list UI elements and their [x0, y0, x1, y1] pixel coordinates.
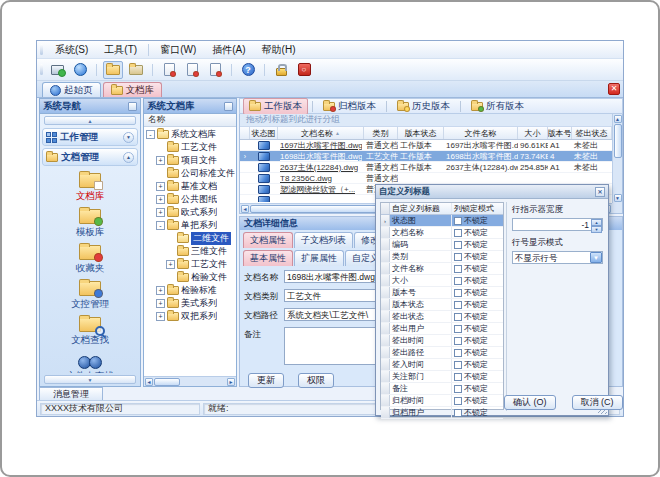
lock-checkbox[interactable] [454, 241, 462, 249]
close-icon[interactable]: ✕ [595, 187, 605, 197]
tree-node[interactable]: +公共图纸 [144, 193, 236, 206]
table-row[interactable]: 2637主体(12284).dwg普通文档工作版本2637主体(12284).d… [240, 162, 612, 173]
table-row[interactable]: ›1698出水嘴零件图.dwg工艺文件工作版本1698出水嘴零件图.dwg73.… [240, 151, 612, 162]
tree-node[interactable]: +欧式系列 [144, 206, 236, 219]
lock-checkbox[interactable] [454, 301, 462, 309]
doc-link[interactable]: 1698出水嘴零件图.dwg [280, 151, 362, 161]
lock-checkbox[interactable] [454, 373, 462, 381]
folder-view-button[interactable] [126, 61, 146, 79]
row-number-mode-select[interactable]: 不显示行号 ▼ [512, 251, 603, 264]
scroll-up-icon[interactable]: ▲ [614, 115, 622, 123]
pin-icon[interactable] [128, 102, 137, 111]
column-header-doc-name[interactable]: 文档名称▲ [278, 127, 364, 139]
tree-node-label[interactable]: 基准文档 [181, 180, 217, 193]
scroll-right-icon[interactable]: ► [227, 378, 235, 386]
tree-node[interactable]: +检验标准 [144, 284, 236, 297]
sidebar-item-模板库[interactable]: 模板库 [76, 206, 105, 242]
permissions-button[interactable]: 权限 [298, 373, 334, 388]
doc-checkin-button[interactable] [205, 61, 225, 79]
drag-grip[interactable] [40, 44, 43, 55]
expand-icon[interactable]: + [156, 156, 165, 165]
chevron-down-icon[interactable]: ▼ [590, 252, 602, 263]
version-tab-所有版本[interactable]: 所有版本 [465, 98, 530, 115]
column-header-checkout[interactable]: 签出状态 [572, 127, 612, 139]
lock-checkbox[interactable] [454, 265, 462, 273]
scrollbar-thumb[interactable] [614, 124, 622, 158]
lock-checkbox[interactable] [454, 361, 462, 369]
row-indicator-width-spinner[interactable]: -1 ▲▼ [512, 218, 603, 231]
column-header-status[interactable]: 状态图 [250, 127, 278, 139]
sidebar-item-文档查找[interactable]: 文档查找 [71, 314, 109, 350]
tree-node-label[interactable]: 公司标准文件 [181, 167, 235, 180]
column-setting-row[interactable]: 签出时间不锁定 [381, 335, 503, 347]
tree-column-header[interactable]: 名称 [144, 114, 236, 127]
tab-subdocument-list[interactable]: 子文档列表 [294, 232, 353, 248]
doc-link[interactable]: T8 2356C.dwg [280, 174, 332, 183]
column-setting-row[interactable]: 签出用户不锁定 [381, 323, 503, 335]
expand-icon[interactable]: + [156, 299, 165, 308]
tab-extended-properties[interactable]: 扩展属性 [294, 250, 344, 266]
collapse-icon[interactable]: - [146, 130, 155, 139]
tab-start-page[interactable]: 起始页 [42, 82, 101, 97]
menu-tools[interactable]: 工具(T) [96, 41, 145, 59]
version-tab-历史版本[interactable]: 历史版本 [391, 98, 456, 115]
spin-down-icon[interactable]: ▼ [591, 226, 602, 233]
tree-node[interactable]: +基准文档 [144, 180, 236, 193]
expand-icon[interactable]: + [156, 208, 165, 217]
expand-icon[interactable]: + [166, 260, 175, 269]
close-tab-button[interactable]: ✕ [608, 83, 620, 95]
update-button[interactable]: 更新 [248, 373, 284, 388]
menu-window[interactable]: 窗口(W) [152, 41, 204, 59]
column-setting-row[interactable]: 文件名称不锁定 [381, 263, 503, 275]
open-folder-button[interactable] [103, 61, 123, 79]
tree-node[interactable]: +工艺文件 [144, 258, 236, 271]
tree-node[interactable]: +项目文件 [144, 154, 236, 167]
column-title-header[interactable]: 自定义列标题 [390, 203, 452, 214]
tree-node[interactable]: +美式系列 [144, 297, 236, 310]
lock-checkbox[interactable] [454, 277, 462, 285]
tree-horizontal-scrollbar[interactable]: ◄ ► [144, 376, 236, 386]
expand-icon[interactable]: + [156, 312, 165, 321]
lock-checkbox[interactable] [454, 337, 462, 345]
expand-icon[interactable]: + [156, 286, 165, 295]
expand-icon[interactable]: + [156, 195, 165, 204]
doc-link[interactable]: 2637主体(12284).dwg [280, 162, 358, 172]
tree-node-label[interactable]: 公共图纸 [181, 193, 217, 206]
column-setting-row[interactable]: 签入时间不锁定 [381, 359, 503, 371]
tree-node[interactable]: 公司标准文件 [144, 167, 236, 180]
version-tab-工作版本[interactable]: 工作版本 [243, 98, 308, 115]
pin-icon[interactable] [224, 102, 233, 111]
column-setting-row[interactable]: 文档名称不锁定 [381, 227, 503, 239]
doc-path-field[interactable]: 系统文档夹\工艺文件\ [284, 308, 382, 321]
doc-link[interactable]: 1697出水嘴零件图.dwg [280, 140, 362, 150]
column-setting-row[interactable]: 归档用户不锁定 [381, 407, 503, 419]
column-header-version-state[interactable]: 版本状态 [398, 127, 444, 139]
column-header-category[interactable]: 类别 [364, 127, 398, 139]
column-setting-row[interactable]: 签出路径不锁定 [381, 347, 503, 359]
drag-grip[interactable] [40, 64, 43, 75]
help-button[interactable]: ? [238, 61, 258, 79]
confirm-button[interactable]: 确认 (O) [504, 395, 556, 410]
tree-node-label[interactable]: 检验文件 [191, 271, 227, 284]
lock-checkbox[interactable] [454, 325, 462, 333]
tree-node[interactable]: -系统文档库 [144, 128, 236, 141]
doc-name-field[interactable]: 1698出水嘴零件图.dwg [284, 270, 382, 283]
chevron-up-icon[interactable]: ▲ [123, 152, 134, 163]
exit-button[interactable]: ○ [294, 61, 314, 79]
tree-node-label[interactable]: 二维文件 [191, 232, 231, 245]
column-setting-row[interactable]: 大小不锁定 [381, 275, 503, 287]
table-vertical-scrollbar[interactable]: ▲ ▼ [612, 114, 622, 203]
cancel-button[interactable]: 取消 (C) [572, 395, 623, 410]
tree-node[interactable]: 二维文件 [144, 232, 236, 245]
column-setting-row[interactable]: 编码不锁定 [381, 239, 503, 251]
sidebar-item-收藏夹[interactable]: 收藏夹 [76, 242, 105, 278]
sidebar-item-文档库[interactable]: 文档库 [76, 170, 105, 206]
menu-help[interactable]: 帮助(H) [254, 41, 304, 59]
lock-mode-header[interactable]: 列锁定模式 [452, 203, 503, 214]
scroll-left-icon[interactable]: ◄ [145, 378, 153, 386]
tree-node-label[interactable]: 欧式系列 [181, 206, 217, 219]
lock-checkbox[interactable] [454, 289, 462, 297]
tree-node-label[interactable]: 工艺文件 [191, 258, 227, 271]
tree-node-label[interactable]: 系统文档库 [171, 128, 216, 141]
tree-node-label[interactable]: 三维文件 [191, 245, 227, 258]
